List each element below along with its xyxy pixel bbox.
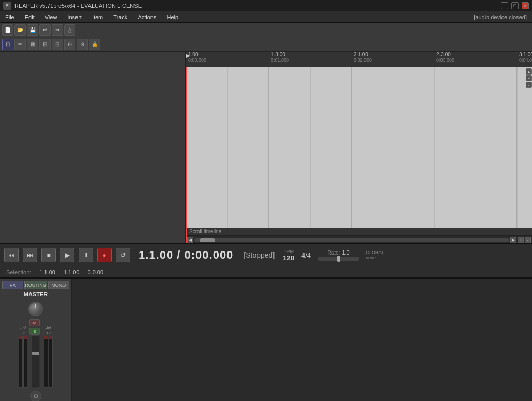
ruler-marker-3: 2.1.00 0:02.000	[353, 52, 372, 63]
menu-file[interactable]: File	[0, 11, 20, 23]
toolbar-ripple[interactable]: ⊝	[64, 39, 75, 50]
toolbar-lock[interactable]: 🔒	[89, 39, 100, 50]
play-button[interactable]: ▶	[60, 248, 74, 262]
toolbar-undo[interactable]: ↩	[39, 24, 51, 36]
close-button[interactable]: ✕	[522, 2, 529, 9]
rate-thumb[interactable]	[337, 256, 340, 262]
titlebar: R REAPER v5.71pre5/x64 - EVALUATION LICE…	[0, 0, 532, 11]
bpm-section: BPM 120	[283, 249, 294, 262]
hscroll-track[interactable]	[194, 238, 509, 242]
rewind-button[interactable]: ⏮	[4, 248, 19, 262]
master-fader[interactable]	[32, 336, 40, 388]
grid-line	[227, 67, 228, 243]
toolbar-new-project[interactable]: 📄	[2, 24, 13, 36]
grid-line	[310, 67, 311, 243]
fader-area: M S	[29, 319, 42, 388]
fx-button[interactable]: FX	[2, 281, 23, 289]
toolbar-row2: ⊡ ✏ ⊠ ⊞ ⊟ ⊝ ⊜ 🔒	[0, 37, 532, 52]
grid-line	[517, 67, 518, 243]
fader-thumb[interactable]	[32, 352, 39, 355]
global-section: GLOBAL none	[366, 250, 384, 260]
hscrollbar[interactable]: ◀ ▶ + -	[186, 236, 532, 243]
grid-line	[434, 67, 435, 243]
strip-top-buttons: FX ROUTING MONO	[2, 281, 69, 289]
arrange-outer: ▶ 1.00 0:00.000 1.3.00 0:01.000 2.1.00 0…	[186, 52, 532, 243]
selection-length: 0.0.00	[88, 269, 104, 275]
menu-help[interactable]: Help	[161, 11, 184, 23]
grid-line	[352, 67, 352, 243]
grid-line	[269, 67, 269, 243]
transport-bar: ⏮ ⏭ ■ ▶ ⏸ ● ↺ 1.1.00 / 0:00.000 [Stopped…	[0, 243, 532, 266]
forward-button[interactable]: ⏭	[23, 248, 37, 262]
left-channel: -inf 12	[19, 325, 27, 388]
scroll-timeline-label: Scroll timeline	[186, 228, 532, 236]
arrange-grid[interactable]	[186, 67, 532, 243]
toolbar-render[interactable]: △	[64, 24, 75, 36]
menu-view[interactable]: View	[40, 11, 63, 23]
toolbar-envelope[interactable]: ⊠	[27, 39, 38, 50]
time-signature[interactable]: 4/4	[301, 251, 311, 259]
ruler-marker-2: 1.3.00 0:01.000	[270, 52, 289, 63]
vscroll-minus[interactable]: -	[526, 82, 532, 88]
menu-insert[interactable]: Insert	[62, 11, 87, 23]
timeline-ruler[interactable]: ▶ 1.00 0:00.000 1.3.00 0:01.000 2.1.00 0…	[186, 52, 532, 67]
ruler-marker-4: 2.3.00 0:03.000	[435, 52, 454, 63]
vscroll-plus[interactable]: +	[526, 75, 532, 81]
record-button[interactable]: ●	[97, 248, 112, 262]
main-area: ▶ 1.00 0:00.000 1.3.00 0:01.000 2.1.00 0…	[0, 52, 532, 243]
rate-section: Rate: 1.0	[318, 249, 359, 261]
mono-button[interactable]: MONO	[48, 281, 69, 289]
mixer-area: FX ROUTING MONO MASTER -inf 12	[0, 278, 532, 401]
toolbar-save[interactable]: 💾	[27, 24, 38, 36]
hscroll-right[interactable]: ▶	[510, 237, 516, 243]
hscroll-zoom-out[interactable]: -	[525, 237, 531, 243]
toolbar-snap[interactable]: ⊟	[52, 39, 63, 50]
playhead	[186, 67, 187, 243]
menu-track[interactable]: Track	[108, 11, 132, 23]
hscroll-zoom-in[interactable]: +	[518, 237, 524, 243]
toolbar-loop[interactable]: ⊜	[77, 39, 88, 50]
routing-button[interactable]: ROUTING	[24, 281, 47, 289]
right-vu-meter	[44, 336, 48, 388]
toolbar-item-select[interactable]: ⊡	[2, 39, 13, 50]
rate-slider[interactable]	[318, 257, 359, 261]
master-strip: FX ROUTING MONO MASTER -inf 12	[0, 279, 72, 401]
toolbar-row1: 📄 📂 💾 ↩ ↪ △	[0, 23, 532, 37]
hscroll-thumb[interactable]	[200, 238, 215, 242]
pause-button[interactable]: ⏸	[79, 248, 93, 262]
menu-edit[interactable]: Edit	[20, 11, 40, 23]
grid-line	[393, 67, 393, 243]
mute-button[interactable]: M	[29, 319, 40, 326]
selection-start: 1.1.00	[39, 269, 55, 275]
toolbar-pencil[interactable]: ✏	[14, 39, 26, 50]
mixer-empty-area	[72, 279, 532, 401]
audio-device-status: [audio device closed]	[468, 13, 532, 21]
selection-info: Selection: 1.1.00 1.1.00 0.0.00	[0, 266, 532, 278]
toolbar-open[interactable]: 📂	[14, 24, 26, 36]
vscroll-up[interactable]: ▲	[526, 68, 532, 75]
selection-end: 1.1.00	[64, 269, 80, 275]
right-channel: -inf 12	[44, 325, 53, 388]
toolbar-redo[interactable]: ↪	[52, 24, 63, 36]
solo-button[interactable]: S	[29, 328, 40, 335]
toolbar-zoom-in[interactable]: ⊞	[39, 39, 51, 50]
menu-actions[interactable]: Actions	[132, 11, 161, 23]
position-display: 1.1.00 / 0:00.000	[139, 248, 233, 262]
settings-button[interactable]: ⚙	[30, 391, 41, 401]
master-pan-knob[interactable]	[28, 302, 43, 316]
grid-line	[476, 67, 476, 243]
maximize-button[interactable]: □	[511, 2, 519, 9]
status-display: [Stopped]	[244, 251, 275, 259]
loop-button[interactable]: ↺	[116, 248, 130, 262]
track-panel	[0, 52, 186, 243]
app-logo: R	[3, 2, 11, 10]
hscroll-left[interactable]: ◀	[187, 237, 193, 243]
vscroll-area: ▲ + -	[525, 67, 532, 89]
left-vu-meter	[19, 336, 23, 388]
minimize-button[interactable]: ─	[501, 2, 508, 9]
stop-button[interactable]: ■	[41, 248, 56, 262]
ruler-marker-5: 3.1.00 0:04.000	[518, 52, 532, 63]
menubar: File Edit View Insert Item Track Actions…	[0, 11, 532, 23]
menu-item[interactable]: Item	[87, 11, 108, 23]
master-label: MASTER	[24, 291, 48, 298]
